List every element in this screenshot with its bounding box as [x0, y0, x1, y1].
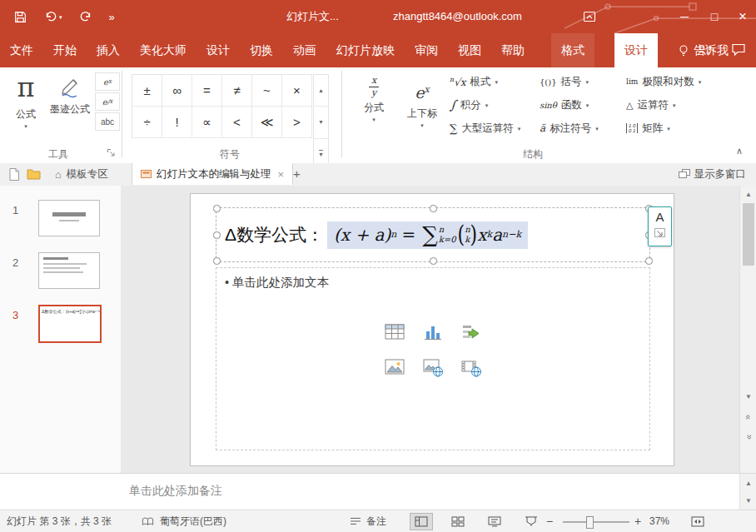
- fraction-button[interactable]: xy 分式 ▾: [353, 71, 395, 122]
- notes-scroll-up[interactable]: ▲: [740, 475, 756, 491]
- tab-review[interactable]: 审阅: [405, 33, 448, 67]
- redo-button[interactable]: [79, 10, 92, 23]
- symbol-button[interactable]: ~: [252, 75, 282, 107]
- bracket-button[interactable]: {()} 括号▾: [540, 72, 589, 92]
- format-text-button[interactable]: A: [655, 207, 664, 227]
- tab-format-contextual[interactable]: 格式: [551, 33, 594, 67]
- insert-pictures-button[interactable]: [384, 356, 405, 378]
- resize-handle-w[interactable]: [213, 231, 221, 239]
- customize-qat-button[interactable]: »: [109, 11, 115, 23]
- equation[interactable]: (x + a)n = ∑ nk=0 ( nk ) xk an−k: [327, 221, 528, 249]
- script-button[interactable]: ex 上下标 ▾: [400, 71, 445, 128]
- slide-2-thumbnail[interactable]: [38, 252, 100, 289]
- symbol-button[interactable]: !: [162, 107, 192, 138]
- close-tab-button[interactable]: ×: [278, 168, 285, 181]
- ribbon-display-options-button[interactable]: [576, 0, 603, 33]
- insert-online-pictures-button[interactable]: [422, 356, 444, 378]
- symbol-button[interactable]: ±: [132, 75, 162, 107]
- resize-handle-s[interactable]: [430, 257, 437, 265]
- zoom-level[interactable]: 37%: [649, 510, 669, 532]
- language-status[interactable]: 葡萄牙语(巴西): [160, 510, 226, 532]
- next-slide-button[interactable]: «: [740, 429, 756, 445]
- function-button[interactable]: sinθ 函数▾: [540, 95, 589, 115]
- slide-counter[interactable]: 幻灯片 第 3 张，共 3 张: [7, 510, 112, 532]
- content-placeholder[interactable]: • 单击此处添加文本: [216, 267, 650, 450]
- title-text[interactable]: Δ数学公式： (x + a)n = ∑ nk=0 ( nk ) xk an−k: [225, 208, 528, 261]
- share-button[interactable]: [696, 42, 713, 58]
- symbol-button[interactable]: ∞: [162, 75, 192, 107]
- matrix-button[interactable]: 1 00 1 矩阵▾: [626, 118, 670, 138]
- notes-pane[interactable]: 单击此处添加备注 ▲ ▼: [0, 473, 756, 510]
- comments-button[interactable]: [731, 42, 746, 57]
- tab-file[interactable]: 文件: [0, 33, 43, 67]
- integral-button[interactable]: ∫ 积分▾: [450, 95, 488, 115]
- slide-1-thumbnail[interactable]: [38, 200, 100, 236]
- tab-animations[interactable]: 动画: [283, 33, 326, 67]
- tab-current-document[interactable]: 幻灯片文本的编辑与处理 ×: [132, 163, 293, 185]
- symbol-button[interactable]: ÷: [132, 107, 162, 138]
- symbols-scroll-up[interactable]: ▴: [314, 75, 328, 107]
- limit-log-button[interactable]: lim 极限和对数▾: [626, 72, 701, 92]
- symbol-button[interactable]: ≠: [222, 75, 252, 107]
- notes-scrollbar[interactable]: ▲ ▼: [739, 474, 756, 510]
- tab-design[interactable]: 设计: [196, 33, 240, 67]
- tab-home[interactable]: 开始: [43, 33, 87, 67]
- spellcheck-status[interactable]: [142, 516, 154, 527]
- reading-view-button[interactable]: [483, 513, 506, 530]
- tab-transitions[interactable]: 切换: [240, 33, 283, 67]
- large-operator-button[interactable]: ∑ 大型运算符▾: [450, 118, 520, 138]
- notes-placeholder-text[interactable]: 单击此处添加备注: [129, 484, 222, 499]
- slide-sorter-view-button[interactable]: [446, 513, 470, 530]
- tab-template-zone[interactable]: ⌂ 模板专区: [47, 163, 117, 185]
- equation-button[interactable]: π 公式 ▾: [7, 71, 45, 129]
- insert-smartart-button[interactable]: [460, 321, 482, 343]
- new-tab-button[interactable]: +: [293, 163, 301, 185]
- fit-to-window-button[interactable]: [691, 516, 704, 527]
- resize-handle-se[interactable]: [645, 257, 653, 265]
- slide-3-thumbnail-selected[interactable]: Δ数学公式：(x+a)ⁿ=∑(ⁿₖ)xᵏaⁿ⁻ᵏ: [38, 305, 102, 343]
- symbol-button[interactable]: ×: [282, 75, 312, 107]
- vertical-scrollbar[interactable]: ▲ ▼ « «: [739, 186, 756, 473]
- insert-video-button[interactable]: [460, 356, 482, 378]
- slide-canvas[interactable]: Δ数学公式： (x + a)n = ∑ nk=0 ( nk ) xk an−k: [190, 193, 674, 466]
- maximize-button[interactable]: □: [701, 0, 728, 33]
- tab-view[interactable]: 视图: [448, 33, 491, 67]
- resize-handle-n[interactable]: [430, 205, 437, 212]
- notes-scroll-down[interactable]: ▼: [740, 492, 756, 509]
- zoom-out-button[interactable]: −: [546, 510, 553, 532]
- symbols-scroll-down[interactable]: ▾: [314, 107, 328, 138]
- professional-format-button[interactable]: ex: [95, 72, 120, 91]
- normal-view-button[interactable]: [410, 513, 433, 530]
- expand-corner-icon[interactable]: [654, 227, 666, 238]
- content-placeholder-text[interactable]: • 单击此处添加文本: [225, 275, 329, 291]
- normal-text-button[interactable]: abc: [95, 112, 120, 131]
- insert-chart-button[interactable]: [422, 321, 444, 343]
- operator-button[interactable]: △ 运算符▾: [626, 95, 675, 115]
- ink-equation-button[interactable]: 墨迹公式: [48, 71, 92, 117]
- minimize-button[interactable]: ─: [671, 0, 698, 33]
- notes-toggle-button[interactable]: 备注: [366, 510, 386, 532]
- title-placeholder[interactable]: Δ数学公式： (x + a)n = ∑ nk=0 ( nk ) xk an−k: [216, 207, 650, 262]
- tab-slideshow[interactable]: 幻灯片放映: [326, 33, 405, 67]
- previous-slide-button[interactable]: «: [740, 409, 756, 425]
- open-folder-button[interactable]: [27, 168, 41, 180]
- radical-button[interactable]: n√x 根式▾: [450, 72, 498, 92]
- account-email[interactable]: zhangtt8464@outlook.com: [393, 0, 522, 33]
- symbol-button[interactable]: ≪: [252, 107, 282, 138]
- accent-button[interactable]: ä 标注符号▾: [540, 118, 599, 138]
- symbol-button[interactable]: <: [222, 107, 252, 138]
- close-button[interactable]: ×: [729, 0, 756, 33]
- resize-handle-sw[interactable]: [213, 257, 221, 265]
- symbol-button[interactable]: >: [282, 107, 312, 138]
- linear-format-button[interactable]: e/x: [95, 92, 120, 111]
- scrollbar-thumb[interactable]: [743, 203, 754, 266]
- symbol-button[interactable]: ∝: [192, 107, 222, 138]
- show-multi-window-button[interactable]: 显示多窗口: [679, 163, 747, 185]
- tab-equation-design-active[interactable]: 设计: [614, 33, 658, 67]
- tools-dialog-launcher[interactable]: [107, 148, 116, 157]
- resize-handle-nw[interactable]: [213, 205, 221, 212]
- zoom-slider-track[interactable]: [563, 521, 629, 523]
- floating-format-panel[interactable]: A: [648, 206, 672, 246]
- undo-button[interactable]: ▾: [44, 10, 62, 23]
- slideshow-view-button[interactable]: [520, 513, 543, 530]
